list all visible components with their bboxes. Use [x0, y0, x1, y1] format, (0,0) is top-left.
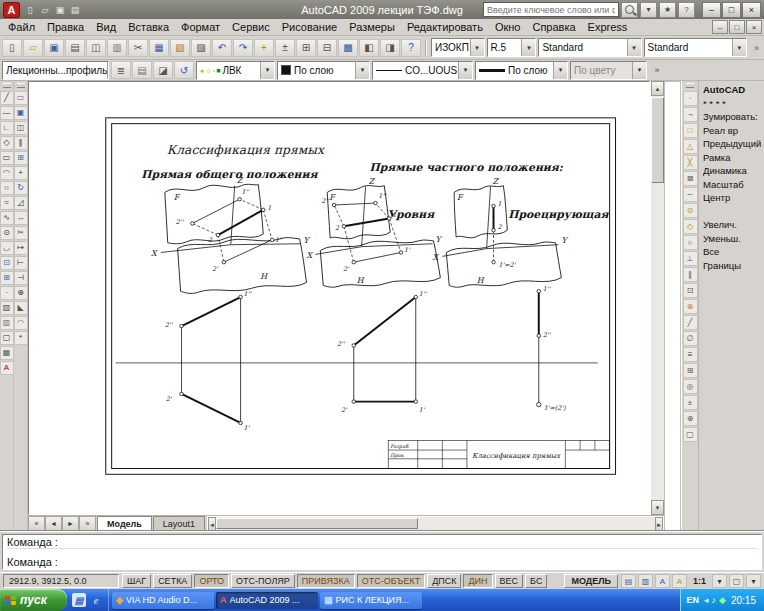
minimize-button[interactable]: –	[702, 2, 721, 18]
explode-icon[interactable]: *	[14, 331, 28, 345]
titlebar[interactable]: A ▯▱▣▤ AutoCAD 2009 лекции ТЭФ.dwg ▾ ★ ?…	[0, 0, 764, 19]
infocenter-search-input[interactable]	[483, 2, 619, 17]
menu-modify[interactable]: Редактировать	[401, 20, 489, 34]
stretch-icon[interactable]: ↔	[14, 211, 28, 225]
tab-model[interactable]: Модель	[97, 516, 152, 531]
open-icon[interactable]: ▱	[23, 39, 43, 57]
command-text-area[interactable]: Команда : Команда :	[2, 534, 762, 570]
qp-toggle[interactable]: БС	[525, 574, 547, 588]
safely-remove-icon[interactable]: ◂	[704, 595, 709, 605]
redo-icon[interactable]: ↷	[233, 39, 253, 57]
tab-first-icon[interactable]: «	[28, 516, 45, 531]
layer-properties-manager-icon[interactable]: ≣	[111, 61, 131, 79]
screen-menu-zoom-in[interactable]: Увелич.	[703, 218, 764, 232]
menu-dimension[interactable]: Размеры	[343, 20, 401, 34]
designcenter-icon[interactable]: ◧	[359, 39, 379, 57]
vertical-scrollbar[interactable]: ▲ ▼	[650, 81, 664, 515]
undo-icon[interactable]: ↶	[212, 39, 232, 57]
ellipse-icon[interactable]: ⊙	[0, 226, 14, 240]
task-via-hd-audio[interactable]: ◆ VIA HD Audio D...	[112, 592, 214, 609]
snap-quadrant-icon[interactable]: ◇	[683, 219, 698, 234]
menu-edit[interactable]: Правка	[41, 20, 90, 34]
line-icon[interactable]: ╱	[0, 91, 14, 105]
doc-restore-button[interactable]: □	[729, 20, 745, 34]
doc-close-button[interactable]: ×	[746, 20, 762, 34]
help-icon[interactable]: ?	[401, 39, 421, 57]
vertical-scroll-thumb[interactable]	[651, 97, 664, 183]
menu-format[interactable]: Формат	[175, 20, 226, 34]
snap-toggle[interactable]: ШАГ	[122, 574, 151, 588]
snap-apparent-intersection-icon[interactable]: ⊠	[683, 171, 698, 186]
zoom-previous-icon[interactable]: ⊟	[317, 39, 337, 57]
view-control-combo[interactable]: ИЗОКП ▾	[431, 38, 485, 57]
insert-block-icon[interactable]: ⊡	[0, 256, 14, 270]
model-space-button[interactable]: МОДЕЛЬ	[564, 574, 618, 588]
move-icon[interactable]: +	[14, 166, 28, 180]
save-icon[interactable]: ▣	[44, 39, 64, 57]
join-icon[interactable]: ⊕	[14, 286, 28, 300]
antivirus-icon[interactable]: ◆	[719, 595, 726, 605]
chevron-down-icon[interactable]: ▾	[470, 39, 484, 56]
paste-icon[interactable]: ▧	[170, 39, 190, 57]
copy-object-icon[interactable]: ▣	[14, 106, 28, 120]
chevron-down-icon[interactable]: ▾	[732, 39, 746, 56]
chamfer-icon[interactable]: ◣	[14, 301, 28, 315]
snap-parallel-icon[interactable]: ∥	[683, 267, 698, 282]
screen-menu-zoom-window[interactable]: Рамка	[703, 151, 764, 165]
start-button[interactable]: пуск	[0, 589, 67, 611]
horizontal-scroll-thumb[interactable]	[216, 518, 418, 529]
menu-tools[interactable]: Сервис	[226, 20, 276, 34]
gradient-icon[interactable]: ▥	[0, 316, 14, 330]
coordinates-readout[interactable]: 2912.9, 3912.5, 0.0	[3, 574, 119, 588]
favorites-button[interactable]: ★	[659, 2, 676, 18]
lineweight-combo[interactable]: По слою ▾	[475, 61, 568, 80]
cut-icon[interactable]: ✂	[128, 39, 148, 57]
zoom-center-tool-icon[interactable]: ⊕	[683, 411, 698, 426]
erase-icon[interactable]: ▭	[14, 91, 28, 105]
search-options-button[interactable]: ▾	[640, 2, 657, 18]
snap-midpoint-icon[interactable]: △	[683, 139, 698, 154]
layer-states-icon[interactable]: ▤	[132, 61, 152, 79]
scroll-left-icon[interactable]: ◄	[208, 517, 216, 532]
screen-menu-autocad[interactable]: AutoCAD	[703, 83, 764, 97]
zoom-realtime-icon[interactable]: ±	[275, 39, 295, 57]
toolbar-overflow-icon[interactable]: »	[651, 62, 663, 78]
tab-layout1[interactable]: Layout1	[153, 516, 205, 531]
chevron-down-icon[interactable]: ▾	[107, 62, 109, 79]
circle-icon[interactable]: ○	[0, 181, 14, 195]
copy-icon[interactable]: ▦	[149, 39, 169, 57]
qat-new-icon[interactable]: ▯	[23, 3, 37, 16]
search-button[interactable]	[621, 2, 638, 18]
linetype-combo[interactable]: CO...UOUS ▾	[372, 61, 473, 80]
rectangle-icon[interactable]: ▭	[0, 151, 14, 165]
toolbar-grip[interactable]	[686, 83, 694, 88]
snap-tangent-icon[interactable]: ○	[683, 235, 698, 250]
polygon-icon[interactable]: ◇	[0, 136, 14, 150]
make-block-icon[interactable]: ⊞	[0, 271, 14, 285]
break-at-point-icon[interactable]: ⊢	[14, 256, 28, 270]
toolbar-grip[interactable]	[17, 83, 25, 88]
screen-menu-zoom-center[interactable]: Центр	[703, 191, 764, 205]
task-autocad[interactable]: A AutoCAD 2009 ...	[216, 592, 318, 609]
snap-extension-icon[interactable]: ┄	[683, 187, 698, 202]
plot-icon[interactable]: ▤	[65, 39, 85, 57]
menu-draw[interactable]: Рисование	[276, 20, 343, 34]
snap-from-icon[interactable]: ¬	[683, 107, 698, 122]
screen-menu-zoom-header[interactable]: Зумировать:	[703, 110, 764, 124]
hatch-icon[interactable]: ▨	[0, 301, 14, 315]
offset-icon[interactable]: ∥	[14, 136, 28, 150]
snap-nearest-icon[interactable]: ╱	[683, 315, 698, 330]
chevron-down-icon[interactable]: ▾	[355, 62, 369, 79]
toolbar-overflow-icon[interactable]: »	[751, 40, 762, 56]
zoom-scale-tool-icon[interactable]: ±	[683, 395, 698, 410]
chevron-down-icon[interactable]: ▾	[458, 62, 472, 79]
menu-window[interactable]: Окно	[489, 20, 527, 34]
point-icon[interactable]: ∙	[0, 286, 14, 300]
tool-palettes-icon[interactable]: ◨	[380, 39, 400, 57]
match-properties-icon[interactable]: ▨	[191, 39, 211, 57]
language-indicator[interactable]: EN	[687, 595, 700, 605]
region-icon[interactable]: ▢	[0, 331, 14, 345]
fillet-icon[interactable]: ◠	[14, 316, 28, 330]
plot-preview-icon[interactable]: ◫	[86, 39, 106, 57]
menu-view[interactable]: Вид	[90, 20, 122, 34]
